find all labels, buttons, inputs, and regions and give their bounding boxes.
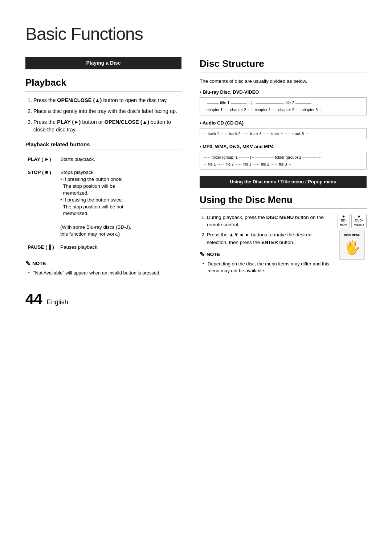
- mp3-label: MP3, WMA, DivX, MKV and MP4: [200, 143, 367, 150]
- bd-rom-label: BD-ROM: [339, 219, 348, 227]
- table-row: STOP ( ■ ) Stops playback. • If pressing…: [25, 166, 181, 241]
- disc-note-item: Depending on the disc, the menu items ma…: [203, 261, 332, 274]
- audio-cd-block: Audio CD (CD-DA) ← track 1 →← track 2 →←…: [200, 120, 367, 139]
- using-disc-content: During playback, press the DISC MENU but…: [200, 214, 367, 276]
- table-row: PAUSE ( ‖ ) Pauses playback.: [25, 241, 181, 253]
- page-footer: 44 English: [25, 278, 367, 310]
- playback-buttons-subtitle: Playback related buttons: [25, 141, 181, 150]
- play-key: PLAY ( ►): [25, 153, 58, 166]
- bluray-diagram: ←——— title 1 ————→|←——————— title 2 ————…: [200, 97, 367, 116]
- bluray-dvd-block: Blu-ray Disc, DVD-VIDEO ←——— title 1 ———…: [200, 89, 367, 115]
- mp3-diagram: ←— folder (group) 1 ——→|←————— folder (g…: [200, 152, 367, 170]
- right-column: Disc Structure The contents of disc are …: [200, 57, 367, 278]
- table-row: PLAY ( ►) Starts playback.: [25, 153, 181, 166]
- diagram-row-1: ←——— title 1 ————→|←——————— title 2 ————…: [203, 99, 363, 107]
- diagram-row-cd: ← track 1 →← track 2 →← track 3 →← track…: [203, 130, 363, 137]
- page: Basic Functions Playing a Disc Playback …: [0, 0, 392, 332]
- note-label: NOTE: [32, 260, 46, 267]
- note-section: ✎ NOTE "Not Available" will appear when …: [25, 260, 181, 277]
- playback-steps: Press the OPEN/CLOSE (▲) button to open …: [25, 97, 181, 134]
- diagram-row-2: ←chapter 1→←chapter 2→← chapter 1→←chapt…: [203, 106, 363, 113]
- disc-structure-desc: The contents of disc are usually divided…: [200, 78, 367, 85]
- audio-cd-diagram: ← track 1 →← track 2 →← track 3 →← track…: [200, 128, 367, 139]
- disc-menu-text: DISC MENU: [344, 233, 360, 237]
- hand-icon: 🖐: [344, 239, 360, 257]
- note-header: ✎ NOTE: [25, 260, 181, 268]
- using-disc-title: Using the Disc Menu: [200, 193, 367, 209]
- disc-menu-image-area: ⊕ BD-ROM ⊕ DVD-VIDEO DISC MENU 🖐: [338, 214, 367, 276]
- disc-menu-banner: Using the Disc menu / Title menu / Popup…: [200, 176, 367, 188]
- step-3: Press the PLAY (►) button or OPEN/CLOSE …: [33, 118, 181, 134]
- audio-cd-label: Audio CD (CD-DA): [200, 120, 367, 126]
- disc-menu-steps: During playback, press the DISC MENU but…: [200, 214, 332, 276]
- page-title: Basic Functions: [25, 22, 367, 46]
- disc-note-list: Depending on the disc, the menu items ma…: [200, 261, 332, 274]
- pause-key: PAUSE ( ‖ ): [25, 241, 58, 253]
- dvd-video-label: DVD-VIDEO: [353, 219, 365, 227]
- stop-key: STOP ( ■ ): [25, 166, 58, 241]
- step-1: Press the OPEN/CLOSE (▲) button to open …: [33, 97, 181, 105]
- note-item: "Not Available" will appear when an inva…: [28, 270, 181, 276]
- two-column-layout: Playing a Disc Playback Press the OPEN/C…: [25, 57, 367, 278]
- badge-group: ⊕ BD-ROM ⊕ DVD-VIDEO: [338, 214, 367, 228]
- bluray-dvd-label: Blu-ray Disc, DVD-VIDEO: [200, 89, 367, 95]
- page-language: English: [47, 298, 68, 307]
- mp3-block: MP3, WMA, DivX, MKV and MP4 ←— folder (g…: [200, 143, 367, 170]
- dvd-video-badge: ⊕ DVD-VIDEO: [351, 214, 367, 228]
- stop-value: Stops playback. • If pressing the button…: [58, 166, 181, 241]
- play-value: Starts playback.: [58, 153, 181, 166]
- playing-a-disc-banner: Playing a Disc: [25, 57, 181, 69]
- step-2: Place a disc gently into the tray with t…: [33, 107, 181, 115]
- bd-rom-badge: ⊕ BD-ROM: [338, 214, 350, 228]
- pause-value: Pauses playback.: [58, 241, 181, 253]
- disc-note-section: ✎ NOTE Depending on the disc, the menu i…: [200, 251, 332, 274]
- left-column: Playing a Disc Playback Press the OPEN/C…: [25, 57, 181, 278]
- page-number: 44: [25, 289, 42, 310]
- diagram-row-mp3-2: ← file 1 →← file 2 →← file 1 →← file 2 →…: [203, 161, 363, 168]
- disc-note-header: ✎ NOTE: [200, 251, 332, 259]
- disc-note-label: NOTE: [207, 251, 220, 258]
- disc-note-icon: ✎: [200, 251, 204, 259]
- playback-title: Playback: [25, 76, 181, 91]
- note-icon: ✎: [25, 260, 30, 268]
- disc-step-2: Press the ▲▼◄ ► buttons to make the desi…: [207, 231, 332, 246]
- diagram-row-mp3-1: ←— folder (group) 1 ——→|←————— folder (g…: [203, 154, 363, 161]
- note-list: "Not Available" will appear when an inva…: [25, 270, 181, 276]
- playback-buttons-table: PLAY ( ►) Starts playback. STOP ( ■ ) St…: [25, 153, 181, 254]
- disc-structure-title: Disc Structure: [200, 57, 367, 73]
- disc-menu-illustration: DISC MENU 🖐: [339, 231, 365, 260]
- disc-step-1: During playback, press the DISC MENU but…: [207, 214, 332, 229]
